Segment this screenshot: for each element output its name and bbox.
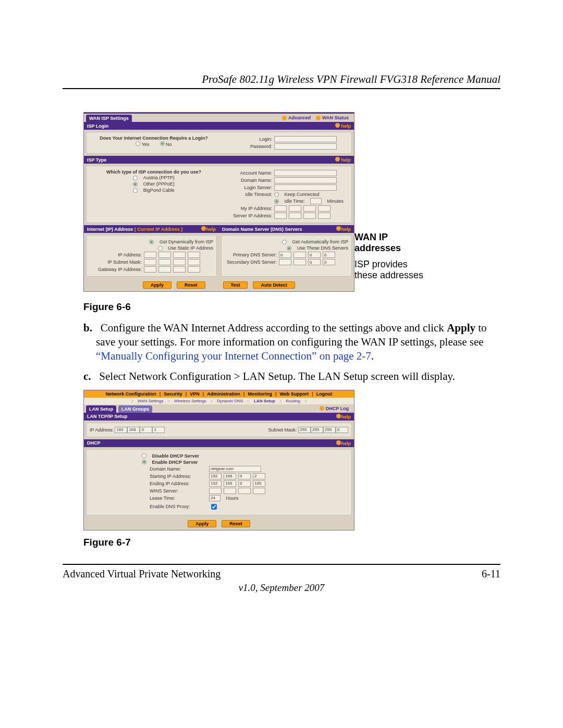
help-link[interactable]: help [336, 226, 351, 232]
radio-yes[interactable] [136, 141, 140, 146]
lan-ip-1[interactable] [115, 427, 127, 433]
my-ip-2[interactable] [289, 205, 301, 212]
gw-4[interactable] [188, 266, 200, 273]
ip-1[interactable] [144, 252, 156, 258]
test-button[interactable]: Test [223, 281, 248, 289]
nav-item[interactable]: Network Configuration [106, 391, 156, 397]
dhcp-log-link[interactable]: DHCP Log [320, 406, 349, 411]
server-ip-2[interactable] [289, 213, 301, 219]
radio-disable-dhcp[interactable] [142, 453, 146, 458]
cross-ref-link[interactable]: “Manually Configuring your Internet Conn… [96, 350, 371, 362]
radio-dns-manual[interactable] [287, 246, 291, 251]
radio-dynamic-ip[interactable] [149, 240, 154, 244]
domain-name-input[interactable] [274, 177, 337, 183]
lan-ip-4[interactable] [152, 427, 165, 433]
my-ip-4[interactable] [318, 205, 331, 212]
end-2[interactable] [224, 480, 236, 487]
radio-pptp[interactable] [133, 176, 138, 180]
help-link[interactable]: help [335, 157, 351, 163]
login-input[interactable] [274, 136, 337, 142]
dnsb-1[interactable] [279, 259, 291, 265]
account-name-input[interactable] [274, 170, 337, 176]
nav-item[interactable]: Logout [316, 391, 333, 397]
subnav-item[interactable]: Routing [286, 399, 300, 403]
wins-4[interactable] [253, 488, 265, 494]
subnet-2[interactable] [311, 427, 323, 433]
subnav-item[interactable]: Wireless Settings [174, 399, 206, 403]
start-3[interactable] [238, 473, 251, 479]
link-wan-status[interactable]: WAN Status [316, 115, 349, 120]
end-4[interactable] [253, 480, 265, 487]
reset-button[interactable]: Reset [222, 520, 250, 527]
my-ip-1[interactable] [274, 205, 287, 212]
mask-1[interactable] [144, 259, 156, 265]
wins-1[interactable] [209, 488, 222, 494]
dnsa-1[interactable] [279, 252, 291, 258]
auto-detect-button[interactable]: Auto Detect [253, 281, 295, 289]
radio-no[interactable] [160, 141, 165, 146]
start-4[interactable] [253, 473, 265, 479]
end-3[interactable] [238, 480, 251, 487]
radio-static-ip[interactable] [158, 246, 163, 251]
dnsb-4[interactable] [323, 259, 335, 265]
wins-2[interactable] [224, 488, 236, 494]
domain-input[interactable] [209, 466, 261, 472]
link-advanced[interactable]: Advanced [282, 115, 311, 120]
radio-keep-connected[interactable] [274, 192, 279, 197]
subnet-3[interactable] [323, 427, 336, 433]
mask-2[interactable] [158, 259, 171, 265]
subnet-4[interactable] [336, 427, 348, 433]
password-input[interactable] [274, 143, 337, 150]
gw-3[interactable] [173, 266, 186, 273]
nav-item[interactable]: Monitoring [248, 391, 272, 397]
dnsa-2[interactable] [293, 252, 306, 258]
end-1[interactable] [209, 480, 222, 487]
lan-ip-3[interactable] [140, 427, 152, 433]
idle-time-input[interactable] [310, 198, 322, 204]
nav-item[interactable]: VPN [190, 391, 200, 397]
my-ip-3[interactable] [303, 205, 316, 212]
dnsa-4[interactable] [323, 252, 335, 258]
tab-lan-setup[interactable]: LAN Setup [86, 405, 116, 413]
radio-idle-time[interactable] [274, 199, 279, 204]
nav-item[interactable]: Web Support [279, 391, 309, 397]
help-link[interactable]: help [336, 440, 351, 446]
dns-proxy-checkbox[interactable] [211, 504, 217, 510]
dnsb-2[interactable] [293, 259, 306, 265]
ip-4[interactable] [188, 252, 200, 258]
nav-item[interactable]: Administration [207, 391, 240, 397]
tab-wan-isp[interactable]: WAN ISP Settings [86, 115, 132, 122]
subnav-item[interactable]: LAN Setup [254, 399, 275, 403]
reset-button[interactable]: Reset [177, 281, 205, 289]
start-1[interactable] [209, 473, 222, 479]
radio-bigpond[interactable] [133, 188, 138, 193]
server-ip-1[interactable] [274, 213, 287, 219]
radio-enable-dhcp[interactable] [142, 460, 146, 464]
subnav-item[interactable]: WAN Settings [138, 399, 164, 403]
tab-lan-groups[interactable]: LAN Groups [118, 405, 152, 413]
ip-2[interactable] [158, 252, 171, 258]
subnet-1[interactable] [298, 427, 311, 433]
nav-item[interactable]: Security [164, 391, 182, 397]
help-link[interactable]: help [335, 123, 351, 129]
login-server-input[interactable] [274, 184, 337, 191]
apply-button[interactable]: Apply [188, 520, 216, 527]
mask-4[interactable] [188, 259, 200, 265]
apply-button[interactable]: Apply [143, 281, 172, 289]
subnav-item[interactable]: Dynamic DNS [217, 399, 243, 403]
radio-dns-auto[interactable] [282, 240, 287, 244]
help-link[interactable]: help [336, 414, 351, 419]
ip-3[interactable] [173, 252, 186, 258]
radio-pppoe[interactable] [133, 182, 138, 187]
help-link[interactable]: help [201, 226, 216, 232]
gw-2[interactable] [158, 266, 171, 273]
dnsa-3[interactable] [308, 252, 321, 258]
server-ip-4[interactable] [318, 213, 331, 219]
wins-3[interactable] [238, 488, 251, 494]
lease-input[interactable] [209, 495, 221, 501]
dnsb-3[interactable] [308, 259, 321, 265]
server-ip-3[interactable] [303, 213, 316, 219]
mask-3[interactable] [173, 259, 186, 265]
gw-1[interactable] [144, 266, 156, 273]
lan-ip-2[interactable] [127, 427, 140, 433]
